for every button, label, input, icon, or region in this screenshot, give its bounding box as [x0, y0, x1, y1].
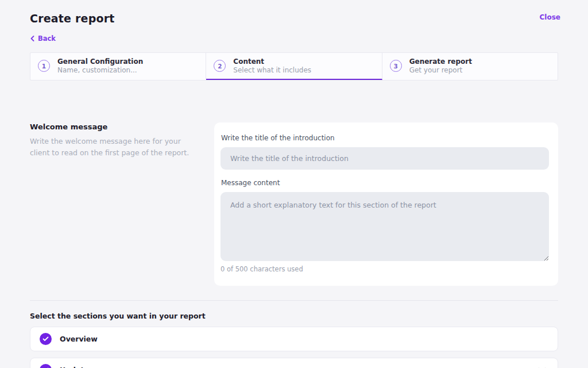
- step-number-badge: 3: [390, 60, 402, 72]
- chevron-left-icon: [30, 36, 35, 41]
- step-generate-report[interactable]: 3 Generate report Get your report: [382, 53, 558, 80]
- message-content-label: Message content: [220, 179, 549, 187]
- section-row-updates[interactable]: Updates: [30, 358, 558, 368]
- back-button[interactable]: Back: [30, 34, 56, 43]
- section-row-label: Overview: [60, 335, 98, 343]
- step-title: Content: [233, 57, 311, 66]
- step-number-badge: 2: [214, 60, 226, 72]
- introduction-title-label: Write the title of the introduction: [220, 134, 549, 142]
- step-number-badge: 1: [38, 60, 50, 72]
- welcome-message-section: Welcome message Write the welcome messag…: [30, 122, 558, 286]
- step-title: General Configuration: [57, 57, 143, 66]
- step-subtitle: Name, customization...: [57, 66, 143, 75]
- section-row-label: Updates: [60, 366, 93, 368]
- welcome-message-form: Write the title of the introduction Mess…: [214, 122, 558, 286]
- checked-checkbox[interactable]: [40, 364, 52, 368]
- section-row-overview[interactable]: Overview: [30, 327, 558, 351]
- sections-heading: Select the sections you want in your rep…: [30, 312, 558, 320]
- welcome-message-description: Write the welcome message here for your …: [30, 136, 199, 158]
- checked-checkbox[interactable]: [40, 333, 52, 345]
- create-report-page: Create report Close Back 1 General Confi…: [0, 0, 588, 368]
- introduction-title-input[interactable]: [220, 147, 549, 170]
- page-header: Create report Close: [30, 0, 558, 25]
- character-counter: 0 of 500 characters used: [220, 265, 549, 273]
- step-subtitle: Get your report: [409, 66, 472, 75]
- back-label: Back: [38, 34, 56, 43]
- close-button[interactable]: Close: [540, 13, 560, 21]
- step-title: Generate report: [409, 57, 472, 66]
- step-content[interactable]: 2 Content Select what it includes: [206, 53, 382, 80]
- message-content-textarea[interactable]: [220, 192, 549, 261]
- section-divider: [30, 300, 558, 301]
- wizard-stepper: 1 General Configuration Name, customizat…: [30, 52, 558, 80]
- step-subtitle: Select what it includes: [233, 66, 311, 75]
- check-icon: [42, 336, 49, 342]
- welcome-message-heading: Welcome message: [30, 122, 199, 131]
- page-title: Create report: [30, 12, 115, 25]
- step-general-configuration[interactable]: 1 General Configuration Name, customizat…: [30, 53, 206, 80]
